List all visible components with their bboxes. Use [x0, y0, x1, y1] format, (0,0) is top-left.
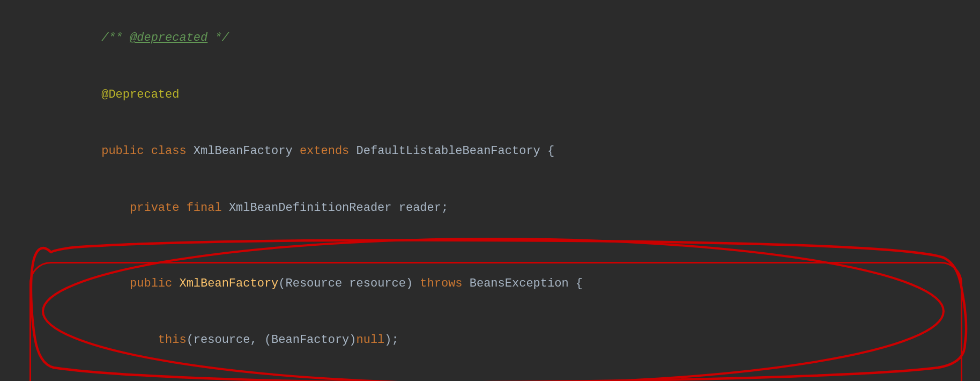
annotation-deprecated: @Deprecated — [101, 88, 179, 101]
code-editor: /** @deprecated */ @Deprecated public cl… — [0, 0, 980, 381]
code-line-7: this(resource, (BeanFactory)null); — [32, 312, 959, 369]
semi-7: ); — [384, 333, 398, 347]
kw-class: class — [151, 144, 194, 158]
code-text-3: public class XmlBeanFactory extends Defa… — [59, 123, 959, 180]
field-decl: XmlBeanDefinitionReader reader; — [229, 201, 448, 215]
code-line-1: /** @deprecated */ — [32, 10, 959, 67]
code-line-8: } — [32, 369, 959, 381]
kw-private: private — [130, 201, 187, 215]
indent-6 — [101, 277, 130, 290]
code-text-6: public XmlBeanFactory(Resource resource)… — [59, 255, 959, 312]
code-text-8: } — [59, 369, 959, 381]
kw-public-3: public — [101, 144, 151, 158]
classname: XmlBeanFactory — [194, 144, 300, 158]
comment-deprecated: /** @deprecated */ — [101, 31, 229, 45]
kw-public-6: public — [130, 277, 179, 290]
kw-null-7: null — [357, 333, 385, 347]
indent-4 — [101, 201, 130, 215]
code-text-7: this(resource, (BeanFactory)null); — [59, 312, 959, 369]
call-7: (resource, (BeanFactory) — [187, 333, 357, 347]
parent-class: DefaultListableBeanFactory { — [357, 144, 555, 158]
code-line-3: public class XmlBeanFactory extends Defa… — [32, 123, 959, 180]
method-name-6: XmlBeanFactory — [179, 277, 278, 290]
code-line-4: private final XmlBeanDefinitionReader re… — [32, 180, 959, 237]
kw-final: final — [187, 201, 229, 215]
code-line-6: public XmlBeanFactory(Resource resource)… — [32, 255, 959, 312]
code-text-4: private final XmlBeanDefinitionReader re… — [59, 180, 959, 237]
kw-this-7: this — [158, 333, 187, 347]
params-6: (Resource resource) — [278, 277, 420, 290]
kw-throws-6: throws — [420, 277, 469, 290]
code-line-2: @Deprecated — [32, 67, 959, 123]
kw-extends: extends — [300, 144, 357, 158]
code-text-1: /** @deprecated */ — [59, 10, 959, 67]
exception-6: BeansException { — [470, 277, 583, 290]
code-text-2: @Deprecated — [59, 67, 959, 123]
code-text-5 — [59, 236, 959, 255]
indent-7 — [101, 333, 158, 347]
code-line-5 — [32, 236, 959, 255]
